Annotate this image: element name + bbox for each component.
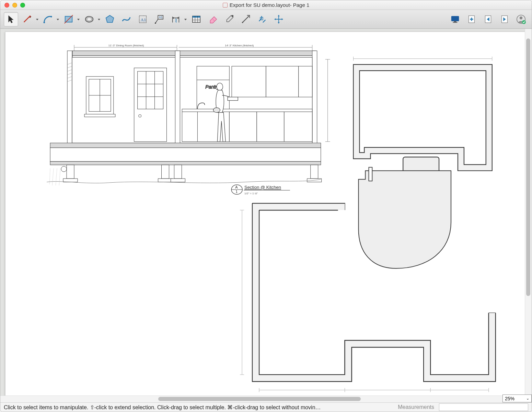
line-tool-dropdown[interactable] bbox=[35, 18, 39, 21]
dim-kitchen-label: 14'-3" Kitchen (finished) bbox=[225, 44, 254, 47]
svg-line-92 bbox=[49, 168, 50, 184]
section-callout: A 1 Section @ Kitchen 1/2" = 1'-0" bbox=[231, 185, 290, 195]
svg-rect-84 bbox=[63, 179, 78, 182]
presentation-button[interactable] bbox=[448, 12, 462, 26]
zoom-value: 25% bbox=[505, 396, 514, 401]
section-scale: 1/2" = 1'-0" bbox=[244, 192, 258, 195]
vertical-scrollbar[interactable] bbox=[525, 29, 532, 396]
freehand-tool[interactable] bbox=[119, 12, 134, 26]
main-toolbar: A1 A1 bbox=[0, 10, 532, 29]
svg-point-66 bbox=[139, 115, 141, 117]
svg-marker-6 bbox=[106, 15, 114, 23]
section-number: 1 bbox=[235, 190, 238, 194]
svg-rect-85 bbox=[162, 165, 169, 179]
window-title: Export for SU demo.layout- Page 1 bbox=[230, 2, 310, 8]
svg-rect-27 bbox=[454, 21, 456, 22]
svg-point-11 bbox=[155, 22, 156, 24]
app-window: Export for SU demo.layout- Page 1 bbox=[0, 0, 532, 412]
rectangle-tool-dropdown[interactable] bbox=[77, 18, 80, 21]
svg-line-93 bbox=[52, 168, 54, 185]
svg-rect-83 bbox=[67, 165, 74, 179]
svg-point-77 bbox=[217, 83, 223, 91]
svg-line-95 bbox=[59, 168, 60, 185]
document-icon bbox=[223, 3, 228, 8]
svg-rect-74 bbox=[229, 112, 257, 142]
select-tool[interactable] bbox=[4, 12, 18, 26]
arc-tool-dropdown[interactable] bbox=[56, 18, 59, 21]
drawing-page[interactable]: 11'-3" Dining Room (finished) 14'-3" Kit… bbox=[5, 32, 525, 402]
close-window-button[interactable] bbox=[4, 3, 9, 8]
section-title: Section @ Kitchen bbox=[244, 185, 281, 190]
move-scale-tool[interactable] bbox=[271, 12, 286, 26]
arc-tool[interactable] bbox=[41, 12, 55, 26]
zoom-window-button[interactable] bbox=[20, 3, 25, 8]
style-eyedropper-tool[interactable] bbox=[222, 12, 236, 26]
line-tool[interactable] bbox=[20, 12, 35, 26]
svg-text:A1: A1 bbox=[159, 15, 163, 19]
svg-rect-80 bbox=[50, 143, 321, 148]
svg-line-94 bbox=[56, 168, 57, 185]
next-page-button[interactable] bbox=[497, 12, 512, 26]
titlebar: Export for SU demo.layout- Page 1 bbox=[0, 0, 532, 10]
split-tool[interactable] bbox=[239, 12, 253, 26]
status-hint: Click to select items to manipulate. ⇧-c… bbox=[4, 404, 393, 411]
minimize-window-button[interactable] bbox=[12, 3, 17, 8]
svg-rect-75 bbox=[257, 112, 284, 142]
eraser-tool[interactable] bbox=[206, 12, 220, 26]
circle-tool[interactable] bbox=[82, 12, 96, 26]
chevron-down-icon: ⌄ bbox=[526, 396, 529, 401]
section-drawing: 11'-3" Dining Room (finished) 14'-3" Kit… bbox=[47, 44, 330, 195]
svg-point-5 bbox=[87, 18, 91, 21]
section-letter: A bbox=[235, 185, 238, 189]
rectangle-tool[interactable] bbox=[61, 12, 76, 26]
account-button[interactable] bbox=[514, 12, 528, 26]
svg-rect-103 bbox=[369, 167, 372, 181]
svg-rect-43 bbox=[72, 56, 316, 57]
svg-point-91 bbox=[61, 166, 67, 172]
polygon-tool[interactable] bbox=[103, 12, 117, 26]
window-controls bbox=[0, 3, 25, 8]
svg-rect-78 bbox=[228, 97, 238, 101]
canvas-area: 11'-3" Dining Room (finished) 14'-3" Kit… bbox=[0, 29, 532, 402]
table-tool[interactable] bbox=[189, 12, 204, 26]
label-tool[interactable]: A1 bbox=[152, 12, 166, 26]
dimension-tool-dropdown[interactable] bbox=[184, 18, 187, 21]
status-bar: Click to select items to manipulate. ⇧-c… bbox=[0, 402, 532, 412]
svg-rect-61 bbox=[138, 71, 163, 109]
svg-point-22 bbox=[242, 22, 243, 23]
svg-rect-72 bbox=[182, 109, 312, 112]
svg-rect-86 bbox=[158, 179, 173, 182]
dim-dining-label: 11'-3" Dining Room (finished) bbox=[108, 44, 144, 47]
svg-point-21 bbox=[232, 15, 234, 17]
svg-text:A1: A1 bbox=[140, 17, 146, 22]
circle-tool-dropdown[interactable] bbox=[97, 18, 101, 21]
svg-rect-81 bbox=[50, 148, 321, 161]
svg-point-35 bbox=[520, 16, 522, 19]
svg-rect-82 bbox=[50, 161, 321, 165]
measurements-label: Measurements bbox=[398, 404, 434, 410]
add-page-button[interactable] bbox=[464, 12, 479, 26]
svg-rect-87 bbox=[174, 165, 182, 179]
previous-page-button[interactable] bbox=[481, 12, 495, 26]
zoom-select[interactable]: 25% ⌄ bbox=[502, 394, 532, 402]
svg-rect-68 bbox=[266, 66, 299, 97]
svg-rect-69 bbox=[299, 66, 312, 97]
svg-rect-88 bbox=[171, 179, 185, 182]
svg-rect-59 bbox=[84, 114, 115, 117]
vertical-scroll-thumb[interactable] bbox=[526, 38, 530, 296]
svg-rect-16 bbox=[193, 16, 200, 18]
text-tool[interactable]: A1 bbox=[136, 12, 150, 26]
svg-rect-89 bbox=[311, 165, 318, 179]
svg-rect-76 bbox=[284, 112, 312, 142]
svg-rect-26 bbox=[451, 16, 459, 21]
svg-rect-73 bbox=[182, 112, 197, 142]
measurements-input[interactable] bbox=[439, 403, 528, 411]
horizontal-scrollbar[interactable] bbox=[0, 396, 513, 402]
svg-point-1 bbox=[50, 16, 52, 18]
horizontal-scroll-thumb[interactable] bbox=[158, 397, 361, 401]
svg-rect-67 bbox=[232, 66, 266, 97]
svg-point-0 bbox=[43, 22, 45, 23]
join-tool[interactable] bbox=[255, 12, 269, 26]
dimension-tool[interactable] bbox=[169, 12, 183, 26]
svg-rect-28 bbox=[453, 22, 457, 23]
